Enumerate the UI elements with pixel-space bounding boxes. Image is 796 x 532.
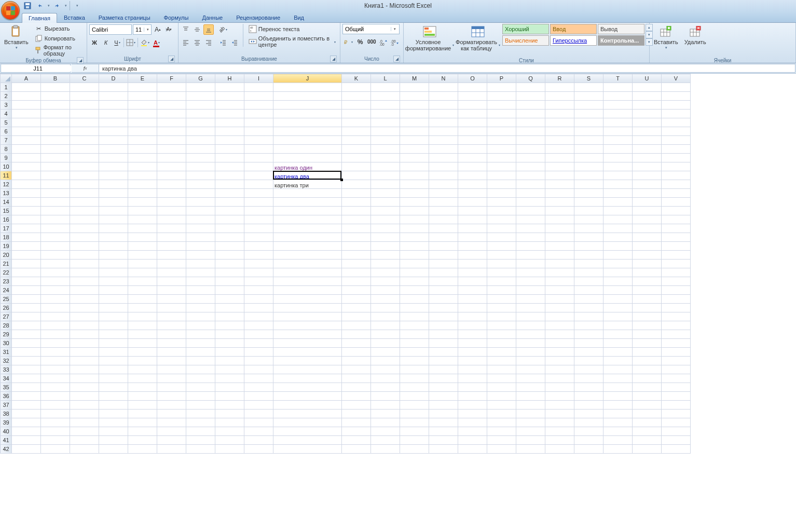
qat-undo-more[interactable]: ▾	[47, 1, 50, 10]
cell-H3[interactable]	[215, 101, 244, 110]
cell-I5[interactable]	[244, 118, 273, 127]
cell-L33[interactable]	[371, 365, 400, 374]
cell-G1[interactable]	[186, 83, 215, 92]
cell-F11[interactable]	[157, 171, 186, 180]
cell-C18[interactable]	[70, 233, 99, 242]
cell-Q40[interactable]	[516, 427, 545, 436]
cell-M35[interactable]	[400, 383, 429, 392]
cell-I15[interactable]	[244, 207, 273, 215]
cell-C21[interactable]	[70, 260, 99, 268]
cell-U37[interactable]	[633, 401, 662, 410]
cell-R37[interactable]	[545, 401, 574, 410]
cell-F12[interactable]	[157, 180, 186, 189]
cell-E14[interactable]	[128, 198, 157, 207]
cell-V18[interactable]	[662, 233, 691, 242]
cell-O40[interactable]	[458, 427, 487, 436]
cell-C24[interactable]	[70, 286, 99, 295]
cell-V30[interactable]	[662, 339, 691, 348]
cell-P15[interactable]	[487, 207, 516, 215]
cell-S25[interactable]	[574, 295, 603, 304]
cell-M38[interactable]	[400, 410, 429, 418]
cell-M14[interactable]	[400, 198, 429, 207]
cell-O10[interactable]	[458, 162, 487, 171]
cell-Q28[interactable]	[516, 321, 545, 330]
cell-V24[interactable]	[662, 286, 691, 295]
cell-B32[interactable]	[41, 357, 70, 365]
cell-M4[interactable]	[400, 110, 429, 118]
cell-L11[interactable]	[371, 171, 400, 180]
cell-V23[interactable]	[662, 277, 691, 286]
cell-R25[interactable]	[545, 295, 574, 304]
cell-Q26[interactable]	[516, 304, 545, 312]
cell-S16[interactable]	[574, 215, 603, 224]
copy-button[interactable]: Копировать	[33, 34, 85, 43]
cell-U26[interactable]	[633, 304, 662, 312]
cell-L31[interactable]	[371, 348, 400, 357]
cell-A4[interactable]	[12, 110, 41, 118]
cell-C22[interactable]	[70, 268, 99, 277]
cell-N28[interactable]	[429, 321, 458, 330]
cell-F24[interactable]	[157, 286, 186, 295]
cell-O30[interactable]	[458, 339, 487, 348]
cell-style-4[interactable]: Гиперссылка	[550, 35, 597, 46]
cell-R29[interactable]	[545, 330, 574, 339]
cell-S41[interactable]	[574, 436, 603, 445]
cell-C32[interactable]	[70, 357, 99, 365]
cell-K12[interactable]	[342, 180, 371, 189]
cell-A18[interactable]	[12, 233, 41, 242]
cell-U32[interactable]	[633, 357, 662, 365]
cell-U28[interactable]	[633, 321, 662, 330]
cell-L9[interactable]	[371, 154, 400, 162]
cell-B22[interactable]	[41, 268, 70, 277]
cell-U9[interactable]	[633, 154, 662, 162]
cell-F33[interactable]	[157, 365, 186, 374]
cell-S13[interactable]	[574, 189, 603, 198]
font-size-input[interactable]	[133, 26, 144, 33]
cell-H36[interactable]	[215, 392, 244, 401]
cell-N33[interactable]	[429, 365, 458, 374]
cell-G28[interactable]	[186, 321, 215, 330]
cell-G14[interactable]	[186, 198, 215, 207]
cell-E20[interactable]	[128, 251, 157, 260]
cell-H10[interactable]	[215, 162, 244, 171]
cell-T22[interactable]	[603, 268, 633, 277]
cell-Q17[interactable]	[516, 224, 545, 233]
cell-I8[interactable]	[244, 145, 273, 154]
cell-O1[interactable]	[458, 83, 487, 92]
paste-button[interactable]: Вставить	[2, 24, 31, 57]
cell-D30[interactable]	[99, 339, 128, 348]
cell-S5[interactable]	[574, 118, 603, 127]
cell-M20[interactable]	[400, 251, 429, 260]
cell-J24[interactable]	[273, 286, 342, 295]
cell-E30[interactable]	[128, 339, 157, 348]
cell-R10[interactable]	[545, 162, 574, 171]
cell-J39[interactable]	[273, 418, 342, 427]
cell-V27[interactable]	[662, 312, 691, 321]
cell-F2[interactable]	[157, 92, 186, 101]
cell-H22[interactable]	[215, 268, 244, 277]
cell-Q14[interactable]	[516, 198, 545, 207]
cell-C20[interactable]	[70, 251, 99, 260]
cell-N10[interactable]	[429, 162, 458, 171]
cell-B3[interactable]	[41, 101, 70, 110]
cell-R14[interactable]	[545, 198, 574, 207]
cell-I38[interactable]	[244, 410, 273, 418]
chevron-down-icon[interactable]: ▾	[391, 27, 398, 31]
cell-B33[interactable]	[41, 365, 70, 374]
col-header-O[interactable]: O	[458, 74, 487, 83]
worksheet-grid[interactable]: ABCDEFGHIJKLMNOPQRSTUV12345678910картинк…	[0, 74, 796, 454]
cell-P23[interactable]	[487, 277, 516, 286]
cell-H26[interactable]	[215, 304, 244, 312]
cell-A16[interactable]	[12, 215, 41, 224]
cell-D32[interactable]	[99, 357, 128, 365]
cell-T34[interactable]	[603, 374, 633, 383]
cell-R6[interactable]	[545, 127, 574, 136]
cell-N7[interactable]	[429, 136, 458, 145]
cell-U20[interactable]	[633, 251, 662, 260]
cell-N3[interactable]	[429, 101, 458, 110]
cell-T27[interactable]	[603, 312, 633, 321]
cell-S26[interactable]	[574, 304, 603, 312]
cell-Q38[interactable]	[516, 410, 545, 418]
cell-J2[interactable]	[273, 92, 342, 101]
cell-V10[interactable]	[662, 162, 691, 171]
